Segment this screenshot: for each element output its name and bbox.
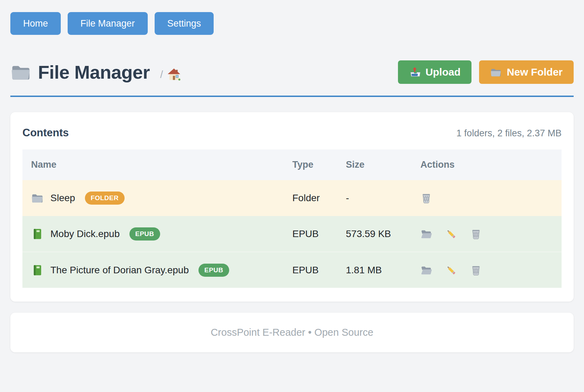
file-name[interactable]: Sleep [50,193,75,204]
column-header-type: Type [284,149,337,180]
contents-summary: 1 folders, 2 files, 2.37 MB [456,128,562,139]
actions-cell [412,180,562,216]
type-cell: Folder [284,180,337,216]
folder-icon [31,192,43,204]
actions-cell [412,216,562,252]
actions-cell [412,252,562,288]
open-folder-icon [420,264,432,276]
file-name: Moby Dick.epub [50,228,120,239]
table-row[interactable]: Moby Dick.epubEPUBEPUB573.59 KB [22,216,562,252]
column-header-size: Size [337,149,412,180]
name-cell: Moby Dick.epubEPUB [22,216,284,252]
page: Home File Manager Settings File Manager … [0,0,584,392]
type-cell: EPUB [284,252,337,288]
nav-settings-button[interactable]: Settings [155,12,214,35]
title-group: File Manager / [10,61,181,83]
top-nav: Home File Manager Settings [10,12,574,35]
type-cell: EPUB [284,216,337,252]
breadcrumb: / [160,68,181,81]
footer-text: CrossPoint E-Reader • Open Source [10,327,574,338]
book-icon [31,264,43,276]
rename-button[interactable] [445,264,457,276]
move-button[interactable] [420,264,432,276]
contents-title: Contents [22,127,69,139]
trash-icon [470,228,482,240]
open-folder-icon [420,228,432,240]
delete-button[interactable] [470,264,482,276]
home-icon[interactable] [167,68,181,81]
file-name: The Picture of Dorian Gray.epub [50,265,189,276]
title-divider [10,96,574,97]
table-row[interactable]: The Picture of Dorian Gray.epubEPUBEPUB1… [22,252,562,288]
upload-button[interactable]: Upload [398,60,472,84]
size-cell: 573.59 KB [337,216,412,252]
table-header-row: Name Type Size Actions [22,149,562,180]
contents-card-header: Contents 1 folders, 2 files, 2.37 MB [22,127,562,139]
page-title: File Manager [38,61,150,83]
column-header-actions: Actions [412,149,562,180]
contents-card: Contents 1 folders, 2 files, 2.37 MB Nam… [10,112,574,302]
folder-icon [490,67,502,78]
name-cell: The Picture of Dorian Gray.epubEPUB [22,252,284,288]
name-cell: SleepFOLDER [22,180,284,216]
new-folder-button[interactable]: New Folder [479,60,574,84]
trash-icon [470,264,482,276]
pencil-icon [445,264,457,276]
size-cell: - [337,180,412,216]
column-header-name: Name [22,149,284,180]
size-cell: 1.81 MB [337,252,412,288]
table-row[interactable]: SleepFOLDERFolder- [22,180,562,216]
nav-home-button[interactable]: Home [10,12,61,35]
delete-button[interactable] [420,192,432,204]
breadcrumb-separator: / [160,69,163,80]
pencil-icon [445,228,457,240]
new-folder-button-label: New Folder [507,66,563,78]
nav-file-manager-button[interactable]: File Manager [68,12,148,35]
rename-button[interactable] [445,228,457,240]
trash-icon [420,192,432,204]
book-icon [31,228,43,240]
type-badge: EPUB [198,264,229,277]
delete-button[interactable] [470,228,482,240]
upload-button-label: Upload [426,66,461,78]
move-button[interactable] [420,228,432,240]
type-badge: FOLDER [85,192,125,205]
upload-tray-icon [409,67,420,78]
footer-card: CrossPoint E-Reader • Open Source [10,313,574,352]
folder-icon [10,62,31,82]
files-table: Name Type Size Actions SleepFOLDERFolder… [22,149,562,288]
page-header: File Manager / Upload New Folder [10,60,574,84]
header-actions: Upload New Folder [398,60,574,84]
type-badge: EPUB [129,227,160,241]
